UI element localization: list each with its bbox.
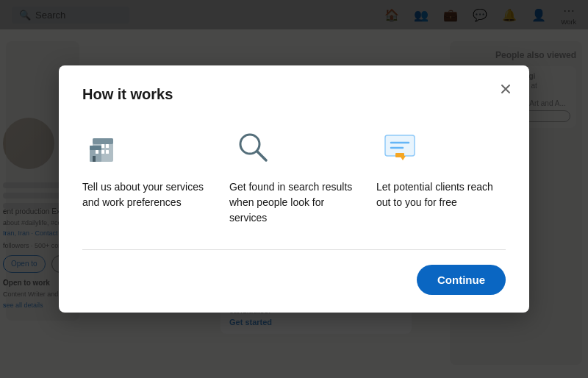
how-it-works-modal: How it works <box>59 65 529 313</box>
building-icon-area <box>82 124 129 171</box>
step-2-text: Get found in search results when people … <box>229 179 359 226</box>
svg-rect-9 <box>93 156 96 162</box>
message-icon <box>381 128 419 166</box>
svg-rect-7 <box>101 150 104 154</box>
svg-line-11 <box>257 151 267 161</box>
step-3-item: Let potential clients reach out to you f… <box>376 124 506 226</box>
search-magnifier-icon <box>234 128 272 166</box>
svg-rect-5 <box>101 144 104 148</box>
modal-overlay: How it works <box>0 0 588 378</box>
svg-rect-8 <box>106 150 109 154</box>
close-button[interactable] <box>494 77 517 101</box>
modal-title: How it works <box>82 86 506 103</box>
building-icon <box>87 128 125 166</box>
svg-rect-1 <box>93 138 113 144</box>
svg-rect-6 <box>106 144 109 148</box>
svg-rect-4 <box>96 150 98 154</box>
step-2-item: Get found in search results when people … <box>229 124 359 226</box>
modal-divider <box>82 249 506 250</box>
svg-rect-15 <box>395 153 404 157</box>
step-1-item: Tell us about your services and work pre… <box>82 124 212 226</box>
step-3-text: Let potential clients reach out to you f… <box>376 179 506 210</box>
modal-footer: Continue <box>82 265 506 295</box>
continue-button[interactable]: Continue <box>417 265 506 295</box>
message-icon-area <box>376 124 423 171</box>
step-1-text: Tell us about your services and work pre… <box>82 179 212 210</box>
search-icon-area <box>229 124 276 171</box>
svg-rect-3 <box>90 146 101 150</box>
modal-steps: Tell us about your services and work pre… <box>82 124 506 226</box>
close-icon <box>498 82 513 96</box>
svg-rect-12 <box>385 135 415 156</box>
